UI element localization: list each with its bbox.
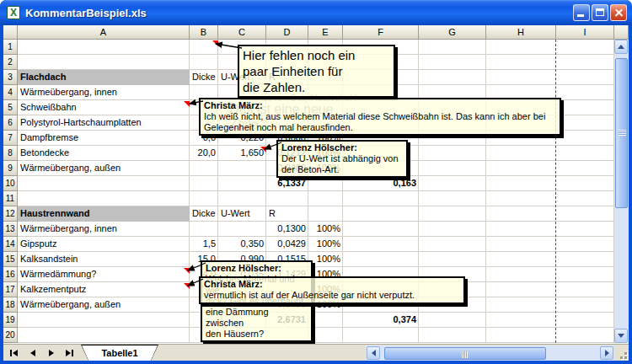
minimize-icon [577,14,584,17]
cell-D13[interactable]: 0,1300 [266,222,308,237]
cell-F19[interactable]: 0,374 [343,313,419,328]
row-header-19[interactable]: 19 [3,313,18,328]
row-header-12[interactable]: 12 [3,206,18,222]
cell-A7[interactable]: Dampfbremse [18,131,190,146]
cell-A16[interactable]: Wärmedämmung? [18,267,190,282]
cell-A14[interactable]: Gipsputz [18,237,190,252]
cell-A3[interactable]: Flachdach [18,70,190,85]
row-header-16[interactable]: 16 [3,267,18,282]
row-header-13[interactable]: 13 [3,222,18,237]
gridline-vertical [485,40,486,343]
spreadsheet-client-area: ABCDEFGHI1234567891011121314151617181920… [3,25,629,361]
nav-previous-button[interactable] [25,346,40,360]
scroll-right-icon [605,350,609,356]
scroll-down-button[interactable] [614,329,628,343]
comment-indicator-A17 [184,283,190,289]
comment-indicator-C8 [260,147,266,153]
window-title: KommentarBeispiel.xls [25,7,147,19]
row-header-6[interactable]: 6 [3,115,18,131]
cell-A12[interactable]: Haustrennwand [18,206,190,222]
comment-author: Lorenz Hölscher: [206,263,308,274]
column-header-D[interactable]: D [266,25,308,40]
cell-B14[interactable]: 1,5 [190,237,218,252]
comment-text: Der U-Wert ist abhängig von der Beton-Ar… [281,153,403,175]
row-header-5[interactable]: 5 [3,100,18,115]
select-all-corner[interactable] [3,25,18,40]
row-header-2[interactable]: 2 [3,55,18,70]
row-header-9[interactable]: 9 [3,161,18,176]
cell-C8[interactable]: 1,650 [218,146,266,161]
horizontal-scroll-thumb[interactable] [384,347,546,360]
title-bar[interactable]: X KommentarBeispiel.xls [0,0,632,25]
nav-last-button[interactable] [62,346,77,360]
row-header-11[interactable]: 11 [3,191,18,206]
row-header-8[interactable]: 8 [3,146,18,161]
row-header-4[interactable]: 4 [3,85,18,100]
cell-A13[interactable]: Wärmeübergang, innen [18,222,190,237]
cell-E15[interactable]: 100% [308,252,343,267]
cell-F10[interactable]: 0,163 [343,176,419,191]
cell-A8[interactable]: Betondecke [18,146,190,161]
cell-D12[interactable]: R [266,206,308,222]
column-header-B[interactable]: B [190,25,218,40]
comment-author: Christa März: [204,100,556,111]
column-header-H[interactable]: H [486,25,556,40]
scroll-up-button[interactable] [614,40,628,54]
row-header-1[interactable]: 1 [3,40,18,55]
cell-B12[interactable]: Dicke [190,206,218,222]
comment-box[interactable]: Christa März:Ich weiß nicht, aus welchem… [199,98,561,136]
cell-A9[interactable]: Wärmeübergang, außen [18,161,190,176]
cell-A5[interactable]: Schweißbahn [18,100,190,115]
column-header-I[interactable]: I [556,25,614,40]
cell-D14[interactable]: 0,0429 [266,237,308,252]
comment-indicator-A16 [184,268,190,274]
cell-A6[interactable]: Polystyrol-Hartschaumplatten [18,115,190,131]
sheet-tab-bar: Tabelle1 [3,344,629,361]
row-header-15[interactable]: 15 [3,252,18,267]
cell-B8[interactable]: 20,0 [190,146,218,161]
cell-E13[interactable]: 100% [308,222,343,237]
cell-D10[interactable]: 6,1337 [266,176,308,191]
excel-workbook-window: X KommentarBeispiel.xls ABCDEFGHI1234567… [0,0,632,364]
comment-text: vermutlich ist auf der Außenseite gar ni… [204,290,460,301]
row-header-17[interactable]: 17 [3,282,18,297]
cell-A18[interactable]: Wärmeübergang, außen [18,297,190,313]
cell-B3[interactable]: Dicke [190,70,218,85]
excel-file-icon: X [7,6,20,19]
column-header-F[interactable]: F [343,25,419,40]
cell-A4[interactable]: Wärmeübergang, innen [18,85,190,100]
column-header-A[interactable]: A [18,25,190,40]
comment-text: Ich weiß nicht, aus welchem Material die… [204,111,556,133]
cell-C12[interactable]: U-Wert [218,206,266,222]
vertical-scroll-thumb[interactable] [615,58,628,208]
column-header-G[interactable]: G [419,25,486,40]
nav-last-icon [66,350,71,356]
vertical-scrollbar[interactable] [614,40,629,343]
resize-grip[interactable] [615,347,627,359]
cell-A15[interactable]: Kalksandstein [18,252,190,267]
sheet-tab-tabelle1[interactable]: Tabelle1 [81,345,158,361]
scroll-left-button[interactable] [367,346,380,360]
scroll-right-button[interactable] [600,346,613,360]
cell-A17[interactable]: Kalkzementputz [18,282,190,297]
nav-first-button[interactable] [7,346,21,360]
cell-E14[interactable]: 100% [308,237,343,252]
row-header-20[interactable]: 20 [3,328,18,343]
comment-box[interactable]: Christa März:vermutlich ist auf der Auße… [199,276,465,304]
column-header-C[interactable]: C [218,25,266,40]
comment-box[interactable]: Lorenz Hölscher:Der U-Wert ist abhängig … [276,140,408,178]
nav-next-button[interactable] [44,346,58,360]
close-button[interactable] [610,4,627,21]
row-header-18[interactable]: 18 [3,297,18,313]
row-header-7[interactable]: 7 [3,131,18,146]
column-header-E[interactable]: E [308,25,343,40]
minimize-button[interactable] [573,4,590,21]
row-header-3[interactable]: 3 [3,70,18,85]
cell-C14[interactable]: 0,350 [218,237,266,252]
row-header-10[interactable]: 10 [3,176,18,191]
horizontal-scrollbar[interactable] [366,345,614,361]
maximize-button[interactable] [592,4,608,21]
sheet-tab-label[interactable]: Tabelle1 [82,345,158,361]
row-header-14[interactable]: 14 [3,237,18,252]
comment-box[interactable]: Hier fehlen noch ein paar Einheiten für … [238,45,395,98]
